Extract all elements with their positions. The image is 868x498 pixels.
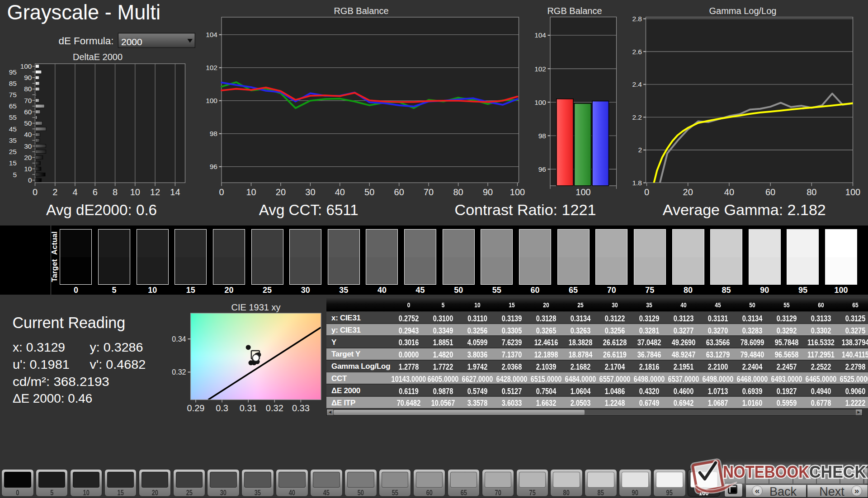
svg-text:10: 10 — [246, 187, 256, 197]
svg-text:100: 100 — [510, 187, 525, 197]
svg-text:45: 45 — [9, 125, 17, 133]
svg-text:55: 55 — [9, 113, 17, 121]
svg-text:CHECK: CHECK — [809, 463, 866, 481]
svg-text:14: 14 — [170, 187, 180, 197]
svg-text:Avg dE2000: 0.6: Avg dE2000: 0.6 — [46, 201, 157, 218]
svg-text:1.8: 1.8 — [632, 179, 642, 187]
svg-text:98: 98 — [538, 132, 546, 140]
svg-text:100: 100 — [534, 99, 546, 106]
svg-text:75: 75 — [9, 91, 17, 99]
svg-text:RGB Balance: RGB Balance — [547, 6, 602, 16]
svg-text:0.32: 0.32 — [172, 368, 186, 376]
svg-text:0.32: 0.32 — [266, 403, 283, 413]
svg-text:Gamma Log/Log: Gamma Log/Log — [709, 6, 777, 16]
svg-text:12: 12 — [150, 187, 160, 197]
svg-text:20: 20 — [683, 187, 693, 197]
svg-text:2.4: 2.4 — [632, 80, 642, 88]
svg-text:90: 90 — [483, 187, 493, 197]
svg-text:0.3: 0.3 — [216, 403, 228, 413]
svg-text:70: 70 — [24, 97, 32, 104]
svg-text:0: 0 — [644, 187, 649, 197]
svg-text:Avg CCT: 6511: Avg CCT: 6511 — [259, 201, 359, 218]
svg-text:CIE 1931 xy: CIE 1931 xy — [231, 302, 281, 312]
svg-text:40: 40 — [724, 187, 734, 197]
svg-text:Contrast Ratio: 1221: Contrast Ratio: 1221 — [455, 201, 596, 218]
svg-text:2: 2 — [52, 187, 57, 197]
svg-text:8: 8 — [113, 187, 118, 197]
svg-text:Average Gamma: 2.182: Average Gamma: 2.182 — [663, 201, 826, 218]
svg-text:50: 50 — [24, 119, 32, 127]
svg-text:30: 30 — [305, 187, 315, 197]
svg-text:10: 10 — [130, 187, 140, 197]
svg-text:80: 80 — [453, 187, 463, 197]
svg-text:102: 102 — [206, 64, 217, 71]
svg-text:6: 6 — [93, 187, 98, 197]
svg-text:70: 70 — [424, 187, 434, 197]
svg-text:Grayscale - Multi: Grayscale - Multi — [7, 0, 161, 24]
svg-text:60: 60 — [765, 187, 775, 197]
svg-text:20: 20 — [276, 187, 286, 197]
svg-text:4: 4 — [72, 187, 77, 197]
svg-text:40: 40 — [24, 131, 32, 138]
svg-text:104: 104 — [206, 31, 217, 38]
svg-text:60: 60 — [394, 187, 404, 197]
svg-text:96: 96 — [538, 165, 546, 173]
svg-text:35: 35 — [9, 136, 17, 144]
svg-text:0: 0 — [33, 187, 38, 197]
svg-text:90: 90 — [24, 74, 32, 81]
svg-text:0.33: 0.33 — [292, 403, 310, 413]
svg-text:25: 25 — [9, 148, 17, 155]
svg-text:RGB Balance: RGB Balance — [334, 6, 388, 16]
svg-text:2.6: 2.6 — [632, 48, 642, 56]
svg-text:NOTEBOOK: NOTEBOOK — [723, 463, 809, 481]
svg-text:100: 100 — [20, 62, 32, 70]
svg-text:DeltaE 2000: DeltaE 2000 — [73, 52, 123, 62]
svg-text:50: 50 — [364, 187, 374, 197]
svg-text:80: 80 — [24, 85, 32, 93]
svg-text:100: 100 — [845, 187, 860, 197]
svg-text:0: 0 — [28, 176, 32, 184]
svg-text:5: 5 — [13, 171, 17, 179]
svg-text:95: 95 — [9, 68, 17, 76]
svg-text:0.34: 0.34 — [172, 335, 186, 343]
svg-text:40: 40 — [335, 187, 345, 197]
svg-text:98: 98 — [210, 130, 217, 137]
svg-text:dE Formula:: dE Formula: — [59, 35, 114, 47]
svg-text:15: 15 — [9, 159, 17, 167]
svg-text:104: 104 — [534, 31, 546, 39]
svg-text:2.8: 2.8 — [632, 15, 642, 23]
svg-text:85: 85 — [9, 80, 17, 87]
svg-text:0: 0 — [219, 187, 224, 197]
svg-text:65: 65 — [9, 102, 17, 110]
svg-text:60: 60 — [24, 108, 32, 116]
svg-text:2000: 2000 — [121, 37, 142, 47]
svg-text:2.2: 2.2 — [632, 113, 642, 121]
svg-text:102: 102 — [534, 65, 546, 73]
svg-text:2: 2 — [638, 146, 642, 154]
svg-text:100: 100 — [576, 187, 590, 197]
svg-text:0.31: 0.31 — [240, 403, 257, 413]
svg-text:10: 10 — [24, 165, 32, 173]
svg-text:30: 30 — [24, 142, 32, 150]
svg-text:0.29: 0.29 — [187, 403, 205, 413]
svg-text:80: 80 — [807, 187, 816, 197]
svg-text:20: 20 — [24, 154, 32, 161]
svg-text:96: 96 — [210, 163, 217, 170]
svg-text:100: 100 — [206, 97, 217, 104]
